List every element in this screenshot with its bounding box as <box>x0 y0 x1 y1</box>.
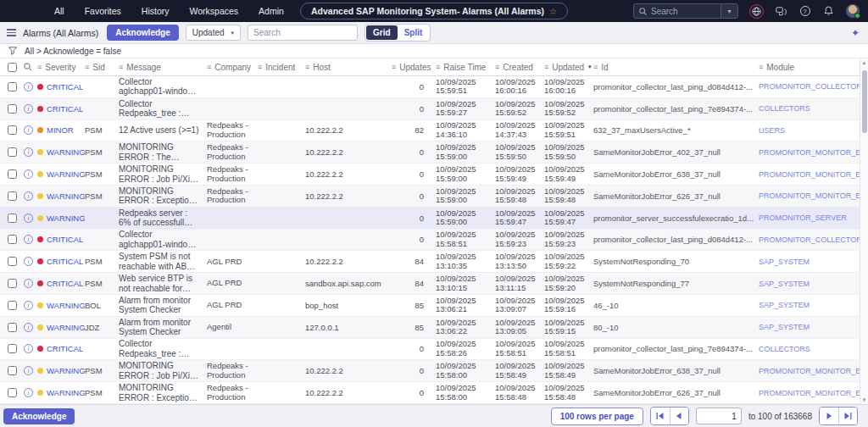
page-title-pill[interactable]: Advanced SAP Monitoring System- Alarms (… <box>300 3 568 19</box>
page-number-input[interactable] <box>696 408 742 424</box>
info-icon[interactable]: i <box>24 147 33 157</box>
table-row[interactable]: i MINOR PSM 12 Active users (>=1) Redpea… <box>0 120 860 142</box>
nav-item-all[interactable]: All <box>54 6 64 16</box>
info-icon[interactable]: i <box>24 191 33 201</box>
nav-item-history[interactable]: History <box>142 6 170 16</box>
column-menu-icon[interactable]: ≡ <box>593 63 598 71</box>
view-grid-button[interactable]: Grid <box>366 25 398 40</box>
filter-breadcrumb[interactable]: All > Acknowledge = false <box>25 47 121 56</box>
column-search-toggle[interactable] <box>24 63 37 71</box>
scroll-down-icon[interactable]: ▼ <box>860 397 868 402</box>
table-row[interactable]: i CRITICAL Collector Redpeaks_tree : did… <box>0 98 860 120</box>
info-icon[interactable]: i <box>24 82 33 92</box>
table-row[interactable]: i WARNING PSM MONITORING ERROR : Excepti… <box>0 186 860 208</box>
column-header-updated[interactable]: ≡Updated▾ <box>544 63 593 72</box>
select-all-checkbox[interactable] <box>8 63 17 72</box>
severity-link[interactable]: WARNING <box>47 147 85 157</box>
severity-link[interactable]: CRITICAL <box>47 235 83 244</box>
column-menu-icon[interactable]: ≡ <box>436 63 440 71</box>
info-icon[interactable]: i <box>24 104 33 114</box>
acknowledge-button-footer[interactable]: Acknowledge <box>3 408 75 424</box>
sparkle-icon[interactable]: ✦ <box>851 27 860 39</box>
info-icon[interactable]: i <box>24 344 33 353</box>
column-header-updates[interactable]: ≡Updates <box>392 63 436 72</box>
module-link[interactable]: PROMONITOR_MONITOR_ERROR <box>759 148 860 157</box>
row-checkbox[interactable] <box>8 147 17 157</box>
next-page-button[interactable] <box>820 408 838 424</box>
module-link[interactable]: PROMONITOR_COLLECTOR <box>759 236 860 244</box>
severity-link[interactable]: CRITICAL <box>47 104 83 114</box>
user-avatar[interactable] <box>846 4 860 18</box>
table-row[interactable]: i WARNING PSM MONITORING ERROR : Job Pi/… <box>0 164 860 186</box>
info-icon[interactable]: i <box>24 125 33 135</box>
table-row[interactable]: i CRITICAL Collector aglchapp01-windows … <box>0 230 860 252</box>
table-row[interactable]: i CRITICAL Collector aglchapp01-windows … <box>0 76 860 98</box>
severity-link[interactable]: CRITICAL <box>47 82 83 92</box>
sort-column-dropdown[interactable]: Updated ▾ <box>186 25 241 41</box>
table-row[interactable]: i CRITICAL PSM Web service BTP is not re… <box>0 273 860 295</box>
severity-link[interactable]: CRITICAL <box>47 344 83 353</box>
severity-link[interactable]: CRITICAL <box>47 279 83 288</box>
list-search-input[interactable] <box>248 25 358 41</box>
severity-link[interactable]: WARNING <box>47 323 85 332</box>
row-checkbox[interactable] <box>8 323 17 332</box>
row-checkbox[interactable] <box>8 301 17 310</box>
row-checkbox[interactable] <box>8 104 17 114</box>
column-header-created[interactable]: ≡Created <box>495 63 544 72</box>
info-icon[interactable]: i <box>24 366 33 375</box>
column-menu-icon[interactable]: ≡ <box>759 63 763 71</box>
nav-item-admin[interactable]: Admin <box>259 6 284 16</box>
severity-link[interactable]: WARNING <box>47 388 85 397</box>
module-link[interactable]: PROMONITOR_SERVER <box>759 214 847 222</box>
severity-link[interactable]: MINOR <box>47 125 74 135</box>
scrollbar-thumb[interactable] <box>862 70 867 133</box>
row-checkbox[interactable] <box>8 235 17 244</box>
chat-button[interactable] <box>775 5 787 18</box>
nav-item-favorites[interactable]: Favorites <box>85 6 121 16</box>
row-checkbox[interactable] <box>8 388 17 397</box>
severity-link[interactable]: WARNING <box>47 214 85 223</box>
column-menu-icon[interactable]: ≡ <box>495 63 499 71</box>
rows-per-page-button[interactable]: 100 rows per page <box>551 408 643 425</box>
nav-item-workspaces[interactable]: Workspaces <box>190 6 239 16</box>
column-menu-icon[interactable]: ≡ <box>305 63 309 71</box>
row-checkbox[interactable] <box>8 366 17 375</box>
filter-funnel-icon[interactable] <box>8 47 17 55</box>
info-icon[interactable]: i <box>24 235 33 244</box>
column-menu-icon[interactable]: ≡ <box>258 63 262 71</box>
severity-link[interactable]: WARNING <box>47 366 85 375</box>
column-menu-icon[interactable]: ≡ <box>85 63 89 71</box>
column-header-company[interactable]: ≡Company <box>207 63 258 72</box>
info-icon[interactable]: i <box>24 169 33 179</box>
module-link[interactable]: PROMONITOR_MONITOR_ERROR <box>759 389 860 397</box>
info-icon[interactable]: i <box>24 388 33 397</box>
info-icon[interactable]: i <box>24 257 33 266</box>
table-row[interactable]: i WARNING PSM MONITORING ERROR : Job Pi/… <box>0 360 860 382</box>
column-menu-icon[interactable]: ≡ <box>207 63 211 71</box>
module-link[interactable]: USERS <box>759 126 785 135</box>
column-header-incident[interactable]: ≡Incident <box>258 63 305 72</box>
column-menu-icon[interactable]: ≡ <box>392 63 396 71</box>
row-checkbox[interactable] <box>8 82 17 92</box>
row-checkbox[interactable] <box>8 169 17 179</box>
table-row[interactable]: i CRITICAL PSM System PSM is not reachab… <box>0 251 860 273</box>
module-link[interactable]: SAP_SYSTEM <box>759 258 810 266</box>
view-split-button[interactable]: Split <box>398 25 430 40</box>
module-link[interactable]: PROMONITOR_COLLECTOR <box>759 82 860 91</box>
row-checkbox[interactable] <box>8 125 17 135</box>
severity-link[interactable]: CRITICAL <box>47 257 83 266</box>
table-row[interactable]: i WARNING BOL Alarm from monitor System … <box>0 295 860 317</box>
notifications-button[interactable] <box>822 5 835 18</box>
acknowledge-button[interactable]: Acknowledge <box>107 25 178 41</box>
column-header-module[interactable]: ≡Module <box>759 63 860 72</box>
column-menu-icon[interactable]: ≡ <box>119 63 123 71</box>
column-menu-icon[interactable]: ≡ <box>37 63 42 71</box>
vertical-scrollbar[interactable]: ▲ ▼ <box>860 58 868 404</box>
severity-link[interactable]: WARNING <box>47 301 85 310</box>
global-search[interactable]: Search ▾ <box>633 3 738 19</box>
info-icon[interactable]: i <box>24 323 33 332</box>
favorite-star-icon[interactable]: ☆ <box>549 7 557 16</box>
info-icon[interactable]: i <box>24 279 33 288</box>
severity-link[interactable]: WARNING <box>47 191 85 201</box>
row-checkbox[interactable] <box>8 214 17 223</box>
